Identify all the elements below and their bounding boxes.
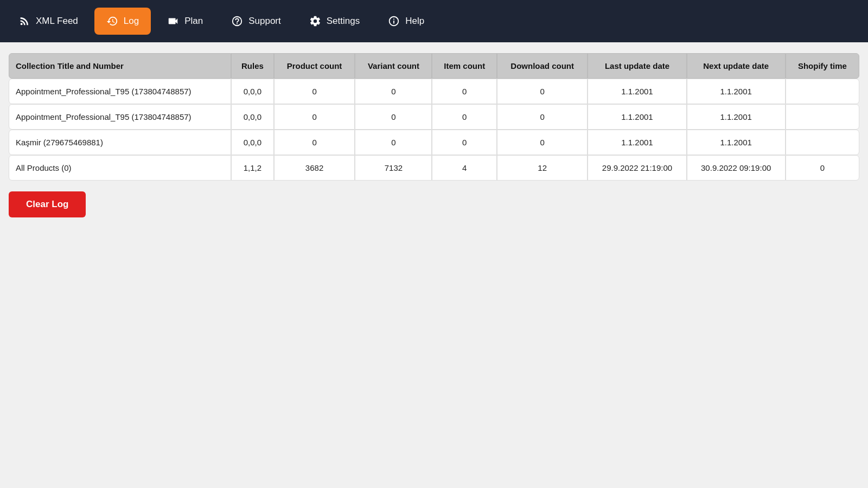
nav-help[interactable]: Help (376, 8, 436, 35)
table-cell: 7132 (355, 155, 432, 181)
table-cell: Kaşmir (279675469881) (9, 130, 231, 155)
table-row: Appointment_Professional_T95 (1738047488… (9, 104, 859, 130)
nav-help-label: Help (405, 16, 424, 27)
table-cell (786, 104, 859, 130)
nav-support-label: Support (248, 16, 281, 27)
col-variant-count: Variant count (355, 53, 432, 79)
table-cell: 1.1.2001 (687, 130, 786, 155)
table-cell: 29.9.2022 21:19:00 (588, 155, 686, 181)
table-cell (786, 130, 859, 155)
log-table: Collection Title and Number Rules Produc… (9, 53, 859, 181)
table-cell: 0 (355, 104, 432, 130)
table-cell (786, 79, 859, 104)
nav-support[interactable]: Support (219, 8, 293, 35)
support-icon (231, 15, 243, 27)
table-cell: Appointment_Professional_T95 (1738047488… (9, 79, 231, 104)
col-rules: Rules (231, 53, 273, 79)
table-cell: 1.1.2001 (687, 104, 786, 130)
table-row: Kaşmir (279675469881)0,0,000001.1.20011.… (9, 130, 859, 155)
table-row: All Products (0)1,1,23682713241229.9.202… (9, 155, 859, 181)
table-cell: 3682 (274, 155, 355, 181)
table-cell: 0 (497, 104, 588, 130)
col-item-count: Item count (432, 53, 497, 79)
history-icon (106, 15, 118, 27)
table-cell: 0 (274, 79, 355, 104)
table-cell: 1.1.2001 (588, 104, 686, 130)
col-product-count: Product count (274, 53, 355, 79)
table-cell: 1.1.2001 (588, 79, 686, 104)
main-content: Collection Title and Number Rules Produc… (0, 42, 868, 228)
col-last-update: Last update date (588, 53, 686, 79)
table-cell: 0,0,0 (231, 79, 273, 104)
help-icon (388, 15, 400, 27)
plan-icon (167, 15, 179, 27)
table-cell: 0,0,0 (231, 104, 273, 130)
table-cell: 0 (432, 79, 497, 104)
nav-xml-feed[interactable]: XML Feed (7, 8, 90, 35)
table-cell: 4 (432, 155, 497, 181)
table-cell: 0 (497, 79, 588, 104)
table-cell: 0 (432, 104, 497, 130)
clear-log-button[interactable]: Clear Log (9, 191, 86, 217)
table-cell: 0 (355, 130, 432, 155)
table-cell: 0 (497, 130, 588, 155)
table-cell: 1.1.2001 (588, 130, 686, 155)
nav-xml-feed-label: XML Feed (36, 16, 78, 27)
col-next-update: Next update date (687, 53, 786, 79)
table-cell: 0 (786, 155, 859, 181)
table-cell: 30.9.2022 09:19:00 (687, 155, 786, 181)
table-row: Appointment_Professional_T95 (1738047488… (9, 79, 859, 104)
nav-settings-label: Settings (327, 16, 360, 27)
table-cell: 1,1,2 (231, 155, 273, 181)
navbar: XML Feed Log Plan Support (0, 0, 868, 42)
table-cell: 0 (274, 130, 355, 155)
nav-settings[interactable]: Settings (297, 8, 372, 35)
col-download-count: Download count (497, 53, 588, 79)
table-cell: 0 (355, 79, 432, 104)
nav-log-label: Log (124, 16, 139, 27)
table-cell: 12 (497, 155, 588, 181)
nav-plan-label: Plan (184, 16, 203, 27)
settings-icon (309, 15, 321, 27)
nav-log[interactable]: Log (94, 8, 151, 35)
col-shopify-time: Shopify time (786, 53, 859, 79)
nav-plan[interactable]: Plan (155, 8, 215, 35)
table-cell: 1.1.2001 (687, 79, 786, 104)
table-cell: 0,0,0 (231, 130, 273, 155)
table-cell: Appointment_Professional_T95 (1738047488… (9, 104, 231, 130)
rss-icon (18, 15, 30, 27)
table-cell: 0 (274, 104, 355, 130)
table-cell: All Products (0) (9, 155, 231, 181)
col-collection: Collection Title and Number (9, 53, 231, 79)
table-cell: 0 (432, 130, 497, 155)
